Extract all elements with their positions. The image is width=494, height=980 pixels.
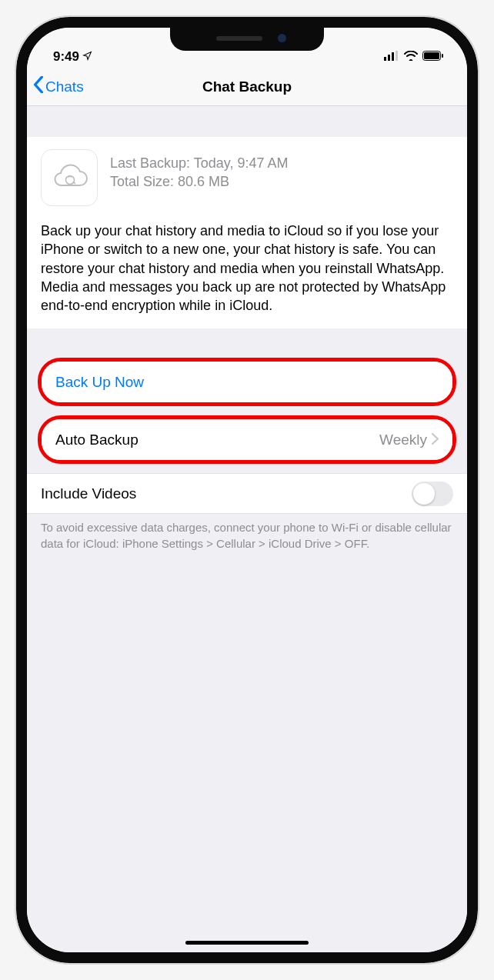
page-title: Chat Backup [27, 78, 467, 95]
phone-frame: 9:49 Chats Chat Backup [16, 17, 478, 963]
svg-point-7 [66, 176, 75, 185]
device-notch [170, 26, 324, 51]
auto-backup-label: Auto Backup [55, 432, 379, 448]
chevron-right-icon [432, 432, 439, 448]
auto-backup-value: Weekly [379, 432, 427, 448]
include-videos-row: Include Videos [27, 473, 467, 514]
svg-rect-1 [388, 55, 390, 61]
home-indicator[interactable] [185, 941, 309, 945]
svg-rect-6 [442, 54, 443, 58]
backup-info-card: Last Backup: Today, 9:47 AM Total Size: … [27, 137, 467, 328]
last-backup-value: Today, 9:47 AM [194, 155, 289, 171]
svg-rect-2 [392, 52, 394, 61]
backup-now-label: Back Up Now [55, 374, 439, 391]
status-time: 9:49 [53, 49, 79, 65]
cellular-icon [384, 49, 399, 65]
backup-description: Back up your chat history and media to i… [41, 222, 453, 315]
svg-rect-3 [396, 51, 398, 61]
location-arrow-icon [82, 49, 92, 65]
back-label: Chats [45, 78, 84, 95]
back-button[interactable]: Chats [33, 76, 84, 97]
include-videos-label: Include Videos [41, 485, 412, 502]
nav-bar: Chats Chat Backup [27, 68, 467, 106]
callout-auto-backup: Auto Backup Weekly [38, 415, 456, 464]
chevron-left-icon [33, 76, 44, 97]
wifi-icon [404, 49, 418, 65]
last-backup-label: Last Backup: [110, 155, 190, 171]
include-videos-toggle[interactable] [412, 482, 453, 506]
content-area: Last Backup: Today, 9:47 AM Total Size: … [27, 106, 467, 952]
footer-note: To avoid excessive data charges, connect… [27, 514, 467, 552]
total-size-label: Total Size: [110, 174, 174, 189]
callout-backup-now: Back Up Now [38, 358, 456, 406]
icloud-backup-icon [41, 149, 98, 206]
svg-rect-5 [424, 52, 439, 59]
battery-icon [422, 49, 444, 65]
total-size-value: 80.6 MB [178, 174, 229, 189]
svg-rect-0 [384, 57, 386, 61]
auto-backup-row[interactable]: Auto Backup Weekly [42, 419, 452, 460]
backup-now-button[interactable]: Back Up Now [42, 362, 452, 402]
